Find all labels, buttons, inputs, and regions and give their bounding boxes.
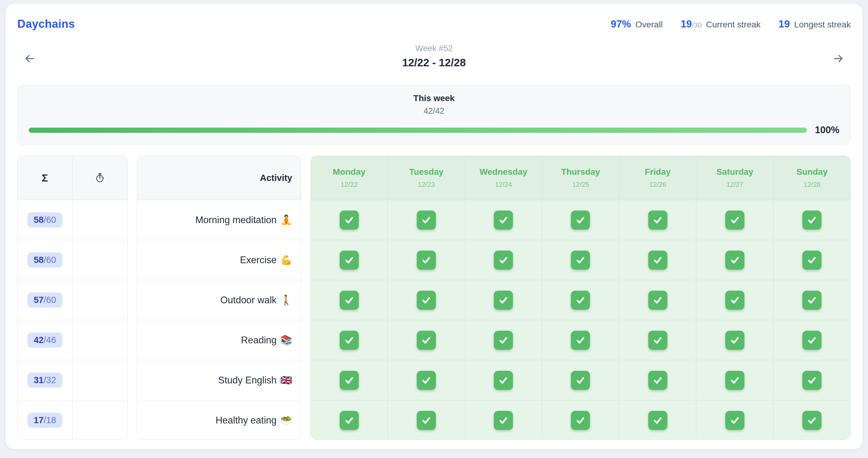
totals-table: Σ 58/6058/6057/6042/4631/3217/18 [17, 156, 128, 440]
day-cell [311, 200, 388, 240]
check-button[interactable] [571, 411, 590, 430]
check-button[interactable] [802, 251, 822, 270]
check-button[interactable] [340, 331, 359, 350]
week-navigation: Week #52 12/22 - 12/28 [17, 44, 851, 77]
day-cell [311, 280, 388, 320]
time-cell [72, 200, 127, 240]
check-icon [575, 335, 586, 346]
check-button[interactable] [340, 211, 359, 230]
check-button[interactable] [494, 291, 513, 310]
current-streak-value: 19 [681, 18, 692, 30]
day-date: 12/22 [341, 181, 358, 189]
check-icon [652, 254, 663, 266]
day-name: Wednesday [479, 167, 527, 177]
check-button[interactable] [802, 371, 822, 390]
day-date: 12/23 [418, 181, 435, 189]
check-button[interactable] [417, 331, 436, 350]
activity-label: Reading [241, 335, 277, 346]
check-button[interactable] [417, 251, 436, 270]
total-badge: 58/60 [27, 252, 62, 268]
check-button[interactable] [417, 371, 436, 390]
check-button[interactable] [725, 411, 744, 430]
day-cell [388, 280, 465, 320]
day-cell [619, 280, 696, 320]
activity-row: Healthy eating🥗 [137, 400, 301, 440]
check-button[interactable] [648, 291, 667, 310]
activity-row: Outdoor walk🚶 [137, 280, 301, 320]
check-icon [421, 415, 432, 426]
check-button[interactable] [648, 331, 667, 350]
check-button[interactable] [571, 291, 590, 310]
totals-table-header: Σ [18, 156, 127, 200]
check-button[interactable] [340, 291, 359, 310]
check-button[interactable] [417, 291, 436, 310]
check-button[interactable] [725, 371, 744, 390]
day-cell [311, 360, 388, 400]
check-icon [729, 415, 740, 426]
check-button[interactable] [648, 251, 667, 270]
check-icon [652, 335, 663, 346]
check-button[interactable] [648, 211, 667, 230]
day-name: Saturday [716, 167, 753, 177]
next-week-button[interactable] [832, 52, 845, 65]
check-button[interactable] [417, 411, 436, 430]
progress-row: 100% [29, 124, 839, 135]
check-button[interactable] [725, 291, 744, 310]
check-icon [498, 254, 509, 266]
check-icon [344, 335, 355, 346]
check-button[interactable] [571, 331, 590, 350]
prev-week-button[interactable] [23, 52, 36, 65]
check-icon [421, 215, 432, 225]
check-button[interactable] [802, 331, 822, 350]
check-button[interactable] [571, 371, 590, 390]
check-button[interactable] [417, 211, 436, 230]
day-name: Thursday [561, 167, 600, 177]
day-cell [619, 240, 696, 280]
check-button[interactable] [802, 411, 822, 430]
day-cell [773, 240, 850, 280]
check-button[interactable] [648, 411, 667, 430]
check-button[interactable] [725, 331, 744, 350]
check-button[interactable] [571, 251, 590, 270]
check-button[interactable] [494, 331, 513, 350]
activity-emoji-icon: 🇬🇧 [280, 374, 292, 386]
total-cell: 31/32 [18, 360, 72, 400]
check-icon [729, 295, 740, 306]
check-button[interactable] [340, 251, 359, 270]
week-progress-card: This week 42/42 100% [17, 85, 851, 145]
activity-column-header: Activity [137, 156, 301, 200]
day-cell [542, 240, 619, 280]
day-header: Sunday12/28 [773, 156, 850, 200]
check-button[interactable] [340, 411, 359, 430]
summary-stats: 97% Overall 19 /30 Current streak 19 Lon… [611, 18, 851, 30]
check-icon [421, 295, 432, 306]
check-button[interactable] [494, 411, 513, 430]
check-button[interactable] [725, 251, 744, 270]
day-cell [542, 280, 619, 320]
activity-emoji-icon: 🥗 [280, 415, 292, 426]
activity-label: Study English [218, 375, 277, 386]
check-button[interactable] [725, 211, 744, 230]
progress-percent: 100% [815, 124, 839, 135]
check-icon [806, 375, 817, 386]
day-header: Saturday12/27 [696, 156, 773, 200]
check-icon [498, 215, 509, 225]
check-icon [729, 215, 740, 225]
timer-column-header [72, 156, 127, 200]
check-button[interactable] [802, 211, 822, 230]
check-button[interactable] [494, 211, 513, 230]
app-title[interactable]: Daychains [17, 18, 75, 31]
check-button[interactable] [802, 291, 822, 310]
day-cell [388, 200, 465, 240]
totals-row: 31/32 [18, 360, 127, 400]
check-button[interactable] [648, 371, 667, 390]
day-cell [696, 280, 773, 320]
check-button[interactable] [494, 251, 513, 270]
check-button[interactable] [340, 371, 359, 390]
totals-table-body: 58/6058/6057/6042/4631/3217/18 [18, 200, 127, 440]
day-cell [311, 400, 388, 440]
check-button[interactable] [494, 371, 513, 390]
check-icon [344, 375, 355, 386]
total-badge: 42/46 [27, 333, 62, 348]
check-button[interactable] [571, 211, 590, 230]
